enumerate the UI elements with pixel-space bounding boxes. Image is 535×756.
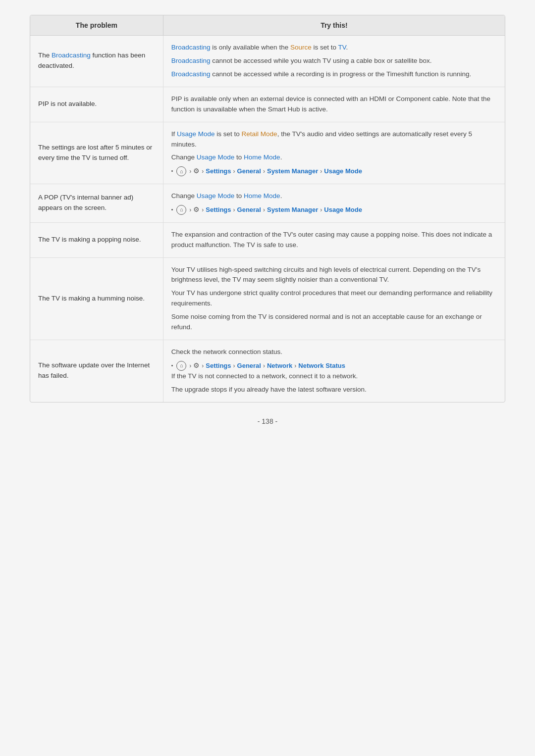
solution-text: PIP is available only when an external d… bbox=[171, 94, 497, 115]
chevron-icon: › bbox=[263, 167, 265, 176]
solution-cell: If Usage Mode is set to Retail Mode, the… bbox=[163, 122, 505, 184]
chevron-icon: › bbox=[263, 205, 265, 215]
col-problem-header: The problem bbox=[30, 15, 163, 36]
nav-item-usage-mode: Usage Mode bbox=[324, 166, 362, 176]
chevron-icon: › bbox=[233, 205, 235, 215]
nav-item-settings: Settings bbox=[206, 361, 231, 371]
solution-text-mixed: Broadcasting cannot be accessed while yo… bbox=[171, 56, 497, 66]
col-solution-header: Try this! bbox=[163, 15, 505, 36]
nav-item-general: General bbox=[237, 166, 261, 176]
solution-cell: Change Usage Mode to Home Mode.•⌂›⚙›Sett… bbox=[163, 184, 505, 223]
problem-cell: The software update over the Internet ha… bbox=[30, 340, 163, 402]
solution-text: Your TV has undergone strict quality con… bbox=[171, 288, 497, 309]
chevron-icon: › bbox=[189, 205, 191, 215]
chevron-icon: › bbox=[202, 167, 204, 176]
solution-cell: Your TV utilises high-speed switching ci… bbox=[163, 257, 505, 340]
page-number: - 138 - bbox=[258, 417, 277, 425]
chevron-icon: › bbox=[233, 167, 235, 176]
table-row: The TV is making a humming noise.Your TV… bbox=[30, 257, 505, 340]
chevron-icon: › bbox=[263, 361, 265, 371]
problem-cell: PIP is not available. bbox=[30, 87, 163, 122]
chevron-icon: › bbox=[189, 167, 191, 176]
problem-cell: The TV is making a humming noise. bbox=[30, 257, 163, 340]
table-row: A POP (TV's internal banner ad) appears … bbox=[30, 184, 505, 223]
chevron-icon: › bbox=[202, 361, 204, 371]
home-icon: ⌂ bbox=[176, 166, 186, 176]
solution-text: Your TV utilises high-speed switching ci… bbox=[171, 265, 497, 286]
settings-icon: ⚙ bbox=[193, 360, 200, 371]
chevron-icon: › bbox=[294, 361, 296, 371]
chevron-icon: › bbox=[233, 361, 235, 371]
home-icon: ⌂ bbox=[176, 205, 186, 215]
bullet-icon: • bbox=[171, 362, 173, 370]
bullet-icon: • bbox=[171, 206, 173, 214]
home-icon: ⌂ bbox=[176, 361, 186, 371]
nav-item-settings: Settings bbox=[206, 205, 231, 215]
solution-cell: PIP is available only when an external d… bbox=[163, 87, 505, 122]
nav-item-network: Network bbox=[267, 361, 292, 371]
solution-text: The upgrade stops if you already have th… bbox=[171, 385, 497, 395]
chevron-icon: › bbox=[320, 205, 322, 215]
problem-cell: The Broadcasting function has been deact… bbox=[30, 36, 163, 87]
nav-item-system-manager: System Manager bbox=[267, 166, 318, 176]
solution-text: Check the network connection status. bbox=[171, 347, 497, 357]
nav-item-system-manager: System Manager bbox=[267, 205, 318, 215]
solution-text-mixed: Broadcasting cannot be accessed while a … bbox=[171, 69, 497, 80]
problem-cell: The TV is making a popping noise. bbox=[30, 222, 163, 257]
table-row: PIP is not available.PIP is available on… bbox=[30, 87, 505, 122]
bullet-icon: • bbox=[171, 167, 173, 175]
solution-cell: The expansion and contraction of the TV'… bbox=[163, 222, 505, 257]
solution-cell: Check the network connection status.•⌂›⚙… bbox=[163, 340, 505, 402]
nav-item-settings: Settings bbox=[206, 166, 231, 176]
chevron-icon: › bbox=[320, 167, 322, 176]
table-header-row: The problem Try this! bbox=[30, 15, 505, 36]
solution-text-mixed: Broadcasting is only available when the … bbox=[171, 43, 497, 53]
nav-item-general: General bbox=[237, 361, 261, 371]
settings-icon: ⚙ bbox=[193, 204, 200, 215]
nav-item-usage-mode: Usage Mode bbox=[324, 205, 362, 215]
table-row: The software update over the Internet ha… bbox=[30, 340, 505, 402]
problem-cell: A POP (TV's internal banner ad) appears … bbox=[30, 184, 163, 223]
solution-text-mixed: Change Usage Mode to Home Mode. bbox=[171, 191, 497, 202]
nav-item-general: General bbox=[237, 205, 261, 215]
solution-text: If the TV is not connected to a network,… bbox=[171, 371, 497, 382]
solution-text: Some noise coming from the TV is conside… bbox=[171, 312, 497, 333]
table-row: The settings are lost after 5 minutes or… bbox=[30, 122, 505, 184]
settings-icon: ⚙ bbox=[193, 166, 200, 177]
nav-item-network-status: Network Status bbox=[298, 361, 345, 371]
chevron-icon: › bbox=[202, 205, 204, 215]
solution-text: The expansion and contraction of the TV'… bbox=[171, 230, 497, 251]
solution-text-mixed: If Usage Mode is set to Retail Mode, the… bbox=[171, 129, 497, 150]
main-table: The problem Try this! The Broadcasting f… bbox=[30, 15, 505, 403]
problem-cell: The settings are lost after 5 minutes or… bbox=[30, 122, 163, 184]
chevron-icon: › bbox=[189, 361, 191, 371]
table-row: The Broadcasting function has been deact… bbox=[30, 36, 505, 87]
solution-text-mixed: Change Usage Mode to Home Mode. bbox=[171, 152, 497, 163]
solution-cell: Broadcasting is only available when the … bbox=[163, 36, 505, 87]
table-row: The TV is making a popping noise.The exp… bbox=[30, 222, 505, 257]
